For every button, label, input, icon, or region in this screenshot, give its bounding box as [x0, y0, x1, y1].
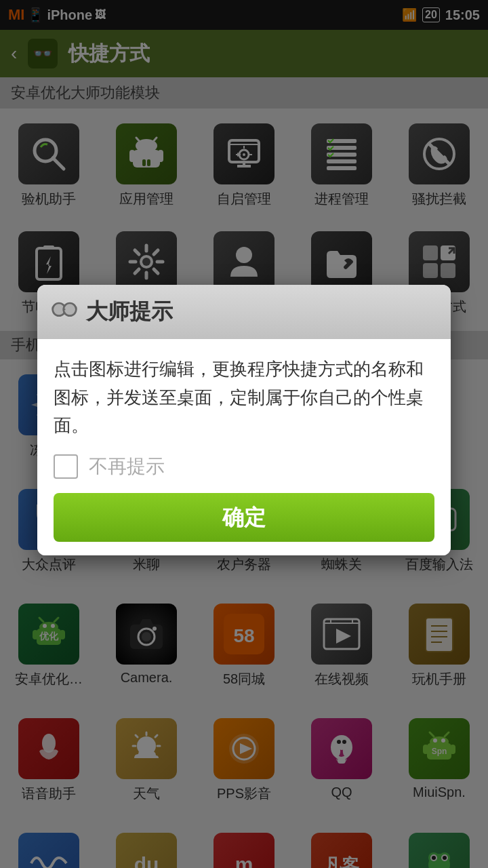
glasses-icon: [51, 298, 78, 319]
dialog-body: 点击图标进行编辑，更换程序快捷方式的名称和图标，并发送至桌面，定制属于你自己的个…: [37, 339, 451, 555]
dont-show-label: 不再提示: [89, 454, 165, 479]
master-tip-dialog: 大师提示 点击图标进行编辑，更换程序快捷方式的名称和图标，并发送至桌面，定制属于…: [37, 285, 451, 555]
dont-show-checkbox[interactable]: [54, 454, 78, 479]
dialog-checkbox-row: 不再提示: [54, 454, 434, 479]
dialog-header-icon: [51, 298, 78, 326]
dialog-header: 大师提示: [37, 285, 451, 339]
dialog-title: 大师提示: [86, 297, 173, 327]
confirm-button[interactable]: 确定: [54, 493, 434, 542]
svg-point-142: [64, 303, 77, 316]
dialog-body-text: 点击图标进行编辑，更换程序快捷方式的名称和图标，并发送至桌面，定制属于你自己的个…: [54, 355, 434, 440]
